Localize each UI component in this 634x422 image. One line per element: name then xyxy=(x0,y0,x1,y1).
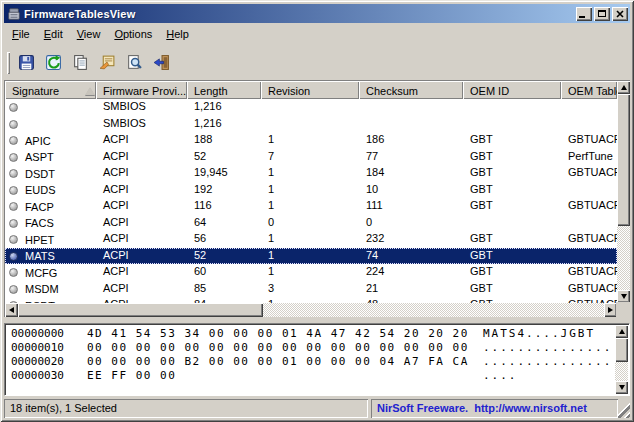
vertical-scrollbar[interactable] xyxy=(617,81,630,303)
hex-offset: 00000030 xyxy=(11,369,64,382)
maximize-button[interactable] xyxy=(594,7,610,21)
cell-signature: MATS xyxy=(5,248,96,265)
status-text: 18 item(s), 1 Selected xyxy=(10,402,117,414)
menu-file[interactable]: File xyxy=(5,26,37,43)
table-row-smbios-1[interactable]: SMBIOS1,216 xyxy=(5,116,617,133)
minimize-icon xyxy=(579,16,585,18)
window-controls xyxy=(576,7,628,21)
menu-view[interactable]: View xyxy=(70,26,108,43)
hex-line[interactable]: 00000030EE FF 00 00.... xyxy=(7,369,613,383)
firmware-table: SignatureFirmware Provi...LengthRevision… xyxy=(4,80,630,317)
column-header-checksum[interactable]: Checksum xyxy=(359,81,463,99)
table-row-MCFG[interactable]: MCFGACPI601224GBTGBTUACPI xyxy=(5,264,617,281)
column-header-firmware-provi[interactable]: Firmware Provi... xyxy=(96,81,187,99)
cell-revision xyxy=(261,99,359,116)
cell-revision: 1 xyxy=(261,198,359,215)
app-window: FirmwareTablesView FileEditViewOptionsHe… xyxy=(0,0,634,422)
cell-revision: 1 xyxy=(261,132,359,149)
column-header-label: Signature xyxy=(12,85,59,97)
scroll-left-button[interactable] xyxy=(5,303,18,317)
window-title: FirmwareTablesView xyxy=(24,8,576,20)
table-row-APIC[interactable]: APICACPI1881186GBTGBTUACPI xyxy=(5,132,617,149)
hex-offset: 00000000 xyxy=(11,327,64,340)
cell-length: 64 xyxy=(187,215,261,232)
table-row-DSDT[interactable]: DSDTACPI19,9451184GBTGBTUACPI xyxy=(5,165,617,182)
column-header-oem-table[interactable]: OEM Table xyxy=(561,81,617,99)
refresh-button[interactable] xyxy=(41,51,66,75)
menu-options[interactable]: Options xyxy=(107,26,159,43)
table-header: SignatureFirmware Provi...LengthRevision… xyxy=(5,81,617,99)
hex-lines: 000000004D 41 54 53 34 00 00 00 01 4A 47… xyxy=(7,327,613,393)
cell-oem_id xyxy=(463,99,561,116)
menu-bar: FileEditViewOptionsHelp xyxy=(4,24,630,45)
hex-line[interactable]: 0000002000 00 00 00 B2 00 00 00 01 00 00… xyxy=(7,355,613,369)
cell-revision: 0 xyxy=(261,215,359,232)
cell-oem_table: GBTUACPI xyxy=(561,132,617,149)
cell-checksum: 77 xyxy=(359,149,463,166)
cell-oem_table xyxy=(561,248,617,265)
table-row-FACS[interactable]: FACSACPI6400 xyxy=(5,215,617,232)
horizontal-scroll-thumb[interactable] xyxy=(18,303,263,317)
cell-oem_id: GBT xyxy=(463,264,561,281)
table-row-smbios-0[interactable]: SMBIOS1,216 xyxy=(5,99,617,116)
toolbar-grip[interactable] xyxy=(7,52,10,74)
column-header-oem-id[interactable]: OEM ID xyxy=(463,81,561,99)
menu-help[interactable]: Help xyxy=(159,26,196,43)
hex-bytes: 00 00 00 00 B2 00 00 00 01 00 00 00 04 A… xyxy=(87,355,469,368)
close-button[interactable] xyxy=(612,7,628,21)
cell-checksum xyxy=(359,99,463,116)
table-row-MATS[interactable]: MATSACPI52174GBT xyxy=(5,248,617,265)
exit-button[interactable] xyxy=(149,51,174,75)
cell-signature: APIC xyxy=(5,132,96,149)
save-button[interactable] xyxy=(14,51,39,75)
cell-revision: 1 xyxy=(261,182,359,199)
column-header-length[interactable]: Length xyxy=(187,81,261,99)
toolbar xyxy=(4,45,630,80)
table-row-ASPT[interactable]: ASPTACPI52777GBTPerfTune xyxy=(5,149,617,166)
status-nirsoft-link[interactable]: NirSoft Freeware. http://www.nirsoft.net xyxy=(371,399,618,418)
hex-scrollbar[interactable] xyxy=(615,325,628,394)
minimize-button[interactable] xyxy=(576,7,592,21)
table-item-icon xyxy=(9,120,18,129)
cell-checksum: 10 xyxy=(359,182,463,199)
cell-revision: 1 xyxy=(261,248,359,265)
cell-signature xyxy=(5,116,96,133)
cell-checksum xyxy=(359,116,463,133)
find-button[interactable] xyxy=(122,51,147,75)
title-bar[interactable]: FirmwareTablesView xyxy=(4,4,630,23)
cell-oem_table xyxy=(561,116,617,133)
cell-text: MCFG xyxy=(25,267,57,279)
cell-revision: 1 xyxy=(261,165,359,182)
table-item-icon xyxy=(9,136,18,145)
cell-oem_table xyxy=(561,99,617,116)
vertical-scroll-thumb[interactable] xyxy=(617,94,630,226)
table-row-MSDM[interactable]: MSDMACPI85321GBTGBTUACPI xyxy=(5,281,617,298)
table-row-FACP[interactable]: FACPACPI1161111GBTGBTUACPI xyxy=(5,198,617,215)
cell-checksum: 232 xyxy=(359,231,463,248)
cell-text: MATS xyxy=(25,250,55,262)
properties-button[interactable] xyxy=(95,51,120,75)
cell-oem_id: GBT xyxy=(463,281,561,298)
menu-edit[interactable]: Edit xyxy=(37,26,70,43)
hex-line[interactable]: 000000004D 41 54 53 34 00 00 00 01 4A 47… xyxy=(7,327,613,341)
table-item-icon xyxy=(9,169,18,178)
cell-checksum: 0 xyxy=(359,215,463,232)
scroll-up-button[interactable] xyxy=(617,81,630,94)
resize-grip[interactable] xyxy=(618,399,630,418)
column-header-revision[interactable]: Revision xyxy=(261,81,359,99)
table-row-HPET[interactable]: HPETACPI561232GBTGBTUACPI xyxy=(5,231,617,248)
hex-scroll-down-button[interactable] xyxy=(615,381,628,394)
maximize-icon xyxy=(598,10,606,17)
column-header-label: OEM Table xyxy=(568,85,617,97)
horizontal-scrollbar[interactable] xyxy=(5,303,617,317)
hex-line[interactable]: 0000001000 00 00 00 00 00 00 00 00 00 00… xyxy=(7,341,613,355)
cell-text: FACP xyxy=(25,201,54,213)
cell-checksum: 186 xyxy=(359,132,463,149)
hex-scroll-up-button[interactable] xyxy=(615,325,628,338)
column-header-signature[interactable]: Signature xyxy=(5,81,96,99)
cell-oem_table: GBTUACPI xyxy=(561,281,617,298)
copy-button[interactable] xyxy=(68,51,93,75)
table-row-EUDS[interactable]: EUDSACPI192110GBT xyxy=(5,182,617,199)
exit-door-icon xyxy=(153,54,170,71)
hex-scroll-thumb[interactable] xyxy=(615,338,628,362)
